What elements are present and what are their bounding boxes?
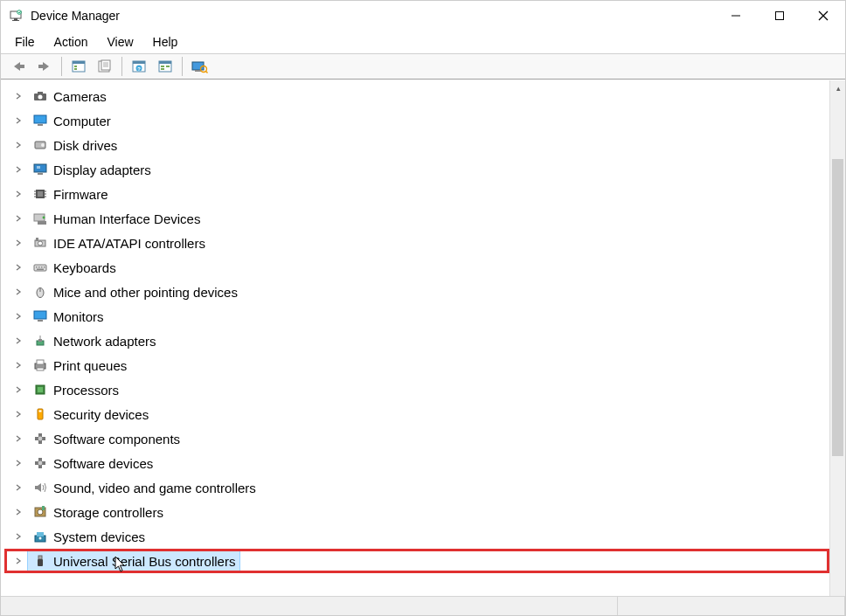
svg-rect-24 xyxy=(159,61,171,64)
chevron-right-icon[interactable] xyxy=(13,507,24,517)
sw-icon xyxy=(32,431,48,446)
chevron-right-icon[interactable] xyxy=(13,409,24,419)
svg-rect-88 xyxy=(38,556,42,559)
close-button[interactable] xyxy=(801,1,845,31)
ide-icon xyxy=(32,235,48,251)
tree-item-label: Print queues xyxy=(53,358,127,373)
chevron-right-icon[interactable] xyxy=(13,311,24,322)
menu-file[interactable]: File xyxy=(6,32,44,52)
tree-item-label: Mice and other pointing devices xyxy=(53,285,238,300)
tree-item-label: Human Interface Devices xyxy=(53,211,200,226)
content-area: CamerasComputerDisk drivesDisplay adapte… xyxy=(1,80,845,596)
svg-rect-25 xyxy=(161,66,164,67)
tree-item[interactable]: Disk drives xyxy=(4,133,829,157)
action-panel-button[interactable] xyxy=(153,55,177,78)
chevron-right-icon[interactable] xyxy=(13,213,24,224)
svg-rect-20 xyxy=(133,61,145,64)
device-tree[interactable]: CamerasComputerDisk drivesDisplay adapte… xyxy=(1,80,829,596)
chevron-right-icon[interactable] xyxy=(13,115,24,126)
window-title: Device Manager xyxy=(31,9,120,23)
chevron-right-icon[interactable] xyxy=(13,482,24,493)
chevron-right-icon[interactable] xyxy=(13,556,24,566)
back-button[interactable] xyxy=(6,55,31,78)
chevron-right-icon[interactable] xyxy=(13,458,24,468)
svg-rect-27 xyxy=(161,68,164,70)
chevron-right-icon[interactable] xyxy=(13,238,24,248)
maximize-button[interactable] xyxy=(758,1,801,31)
svg-point-38 xyxy=(41,143,45,147)
tree-item[interactable]: Software components xyxy=(4,426,829,451)
menu-view[interactable]: View xyxy=(98,32,142,52)
svg-rect-55 xyxy=(36,238,38,241)
tree-item[interactable]: Mice and other pointing devices xyxy=(4,280,829,304)
tree-item-label: Security devices xyxy=(53,407,149,422)
tree-item-label: Cameras xyxy=(53,89,107,104)
menu-action[interactable]: Action xyxy=(45,32,97,52)
svg-rect-35 xyxy=(34,115,46,123)
display-icon xyxy=(32,162,48,177)
chevron-right-icon[interactable] xyxy=(13,91,24,101)
svg-point-54 xyxy=(38,241,43,246)
chevron-right-icon[interactable] xyxy=(13,336,24,346)
tree-item[interactable]: IDE ATA/ATAPI controllers xyxy=(4,231,829,255)
tree-item-label: IDE ATA/ATAPI controllers xyxy=(53,236,205,251)
tree-item-label: Sound, video and game controllers xyxy=(53,481,256,495)
svg-rect-1 xyxy=(14,18,17,20)
chevron-right-icon[interactable] xyxy=(13,360,24,370)
tree-item[interactable]: Security devices xyxy=(4,402,829,426)
tree-item-label: Display adapters xyxy=(53,163,151,177)
svg-rect-86 xyxy=(37,532,44,536)
chevron-right-icon[interactable] xyxy=(13,164,24,175)
chevron-right-icon[interactable] xyxy=(13,531,24,542)
svg-point-52 xyxy=(43,217,45,219)
tree-item[interactable]: Sound, video and game controllers xyxy=(4,475,829,500)
help-button[interactable]: ? xyxy=(127,55,151,78)
tree-item-label: Universal Serial Bus controllers xyxy=(53,554,235,569)
minimize-button[interactable] xyxy=(714,1,758,31)
scroll-up-arrow[interactable]: ▴ xyxy=(830,80,846,96)
svg-rect-2 xyxy=(12,20,19,21)
tree-item[interactable]: Print queues xyxy=(4,353,829,377)
chevron-right-icon[interactable] xyxy=(13,140,24,150)
show-hidden-button[interactable] xyxy=(66,55,91,78)
svg-text:?: ? xyxy=(137,66,141,72)
tree-item[interactable]: Display adapters xyxy=(4,157,829,182)
svg-rect-40 xyxy=(38,173,43,175)
scroll-thumb[interactable] xyxy=(832,159,843,456)
tree-item[interactable]: System devices xyxy=(4,524,829,549)
tree-item[interactable]: Software devices xyxy=(4,451,829,475)
toolbar-separator xyxy=(121,57,122,76)
svg-rect-12 xyxy=(74,66,77,67)
svg-rect-89 xyxy=(38,559,43,566)
chevron-right-icon[interactable] xyxy=(13,287,24,297)
svg-rect-67 xyxy=(38,339,42,342)
toolbar-separator xyxy=(61,57,62,76)
vertical-scrollbar[interactable]: ▴ xyxy=(829,80,845,596)
chevron-right-icon[interactable] xyxy=(13,433,24,444)
tree-item[interactable]: Keyboards xyxy=(4,255,829,280)
tree-item[interactable]: Human Interface Devices xyxy=(4,206,829,231)
tree-item[interactable]: Firmware xyxy=(4,182,829,206)
tree-item[interactable]: Processors xyxy=(4,377,829,402)
tree-item[interactable]: Monitors xyxy=(4,304,829,329)
tree-item[interactable]: Universal Serial Bus controllers xyxy=(4,549,829,573)
camera-icon xyxy=(32,88,48,104)
forward-button[interactable] xyxy=(32,55,57,78)
svg-rect-64 xyxy=(34,311,46,319)
chevron-right-icon[interactable] xyxy=(13,189,24,199)
titlebar: Device Manager xyxy=(1,1,845,31)
tree-item[interactable]: Cameras xyxy=(4,84,829,108)
tree-item-label: Network adapters xyxy=(53,334,156,349)
properties-button[interactable] xyxy=(93,55,117,78)
svg-rect-36 xyxy=(38,124,43,126)
chevron-right-icon[interactable] xyxy=(13,384,24,395)
tree-item[interactable]: Computer xyxy=(4,108,829,133)
tree-item[interactable]: Storage controllers xyxy=(4,500,829,524)
keyboard-icon xyxy=(32,260,48,275)
tree-item[interactable]: Network adapters xyxy=(4,329,829,353)
scan-hardware-button[interactable] xyxy=(187,55,212,78)
svg-rect-65 xyxy=(38,320,43,322)
monitor-icon xyxy=(32,308,48,324)
menu-help[interactable]: Help xyxy=(144,32,187,52)
chevron-right-icon[interactable] xyxy=(13,262,24,273)
